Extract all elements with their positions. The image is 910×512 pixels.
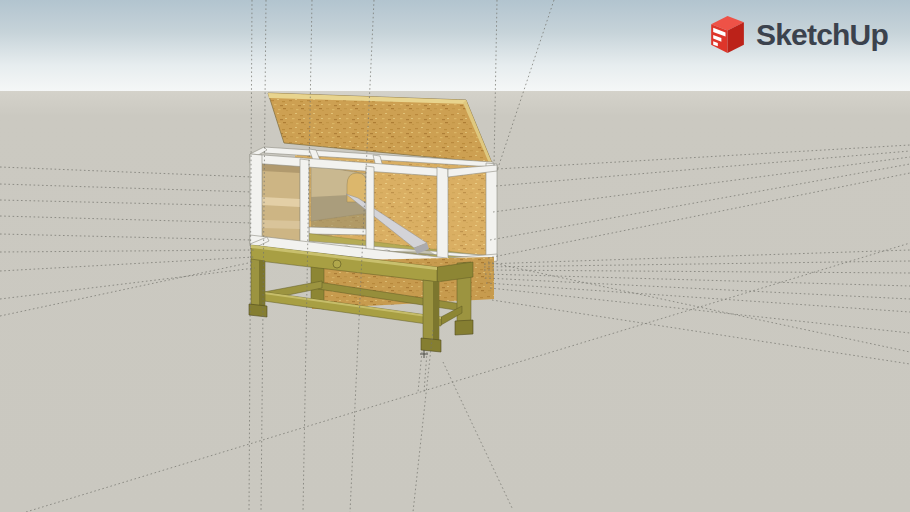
sketchup-logo[interactable]: SketchUp	[704, 13, 888, 56]
hutch-model	[249, 93, 497, 358]
sketchup-viewport[interactable]: SketchUp	[0, 0, 910, 512]
front-rail-knob	[333, 260, 341, 268]
model-scene-canvas[interactable]	[0, 0, 910, 512]
back-right-stile	[486, 163, 497, 261]
stand	[249, 245, 494, 352]
sketchup-cube-icon	[704, 13, 749, 56]
front-right-stile	[437, 167, 448, 266]
logo-wordmark: SketchUp	[756, 20, 888, 50]
front-left-stile	[250, 154, 262, 246]
